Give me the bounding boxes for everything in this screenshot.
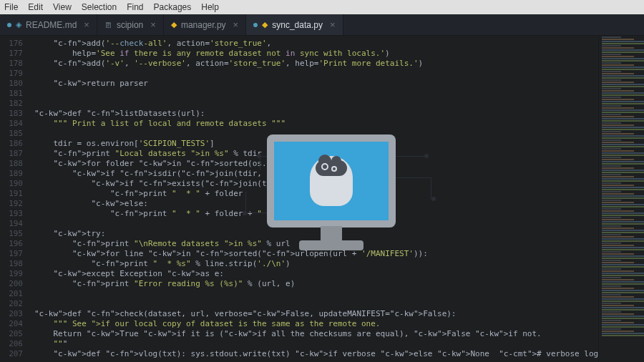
tab-manager-py[interactable]: ◆manager.py× xyxy=(164,14,246,35)
minimap[interactable] xyxy=(598,36,644,362)
file-icon: 🖹 xyxy=(104,21,112,29)
tab-label: manager.py xyxy=(181,20,226,30)
menu-selection[interactable]: Selection xyxy=(82,2,117,12)
tab-label: scipion xyxy=(117,20,143,30)
app-shell: ▢ scipion ›🖿.git›🖿config›🖿install›🖿pywor… xyxy=(0,14,644,362)
line-gutter: 1761771781791801811821831841851861871881… xyxy=(0,36,29,362)
code-editor[interactable]: "c-fn">add('--check-all', action='store_… xyxy=(29,36,598,362)
menu-packages[interactable]: Packages xyxy=(154,2,192,12)
python-file-icon: ◆ xyxy=(262,20,268,29)
menu-edit[interactable]: Edit xyxy=(28,2,43,12)
modified-indicator xyxy=(7,23,11,27)
tab-sync-data-py[interactable]: ◆sync_data.py× xyxy=(246,14,343,35)
editor-wrap: 1761771781791801811821831841851861871881… xyxy=(0,36,644,362)
tab-label: sync_data.py xyxy=(272,20,323,30)
close-icon[interactable]: × xyxy=(84,19,89,30)
close-icon[interactable]: × xyxy=(330,19,336,30)
menu-find[interactable]: Find xyxy=(127,2,143,12)
close-icon[interactable]: × xyxy=(150,19,156,30)
menu-help[interactable]: Help xyxy=(201,2,219,12)
markdown-file-icon: ◈ xyxy=(16,20,21,29)
menu-file[interactable]: File xyxy=(4,2,18,12)
menu-view[interactable]: View xyxy=(53,2,72,12)
tab-label: README.md xyxy=(26,20,77,30)
python-file-icon: ◆ xyxy=(171,20,177,29)
modified-indicator xyxy=(253,23,258,27)
tab-scipion[interactable]: 🖹scipion× xyxy=(97,14,164,35)
menubar: FileEditViewSelectionFindPackagesHelp xyxy=(0,0,644,14)
editor-area: ◈README.md×🖹scipion×◆manager.py×◆sync_da… xyxy=(0,14,644,362)
tab-bar: ◈README.md×🖹scipion×◆manager.py×◆sync_da… xyxy=(0,14,644,36)
tab-readme-md[interactable]: ◈README.md× xyxy=(0,14,97,35)
close-icon[interactable]: × xyxy=(233,19,239,30)
